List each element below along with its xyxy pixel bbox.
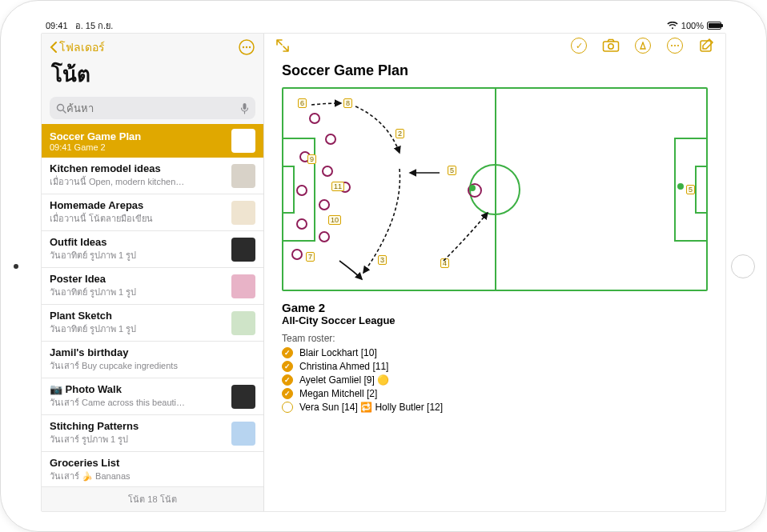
player-num: 5 bbox=[448, 166, 456, 175]
search-icon bbox=[56, 103, 66, 114]
status-date: อ. 15 ก.ย. bbox=[75, 21, 114, 30]
svg-rect-6 bbox=[243, 103, 247, 110]
note-list-item[interactable]: Outfit Ideasวันอาทิตย์ รูปภาพ 1 รูป bbox=[42, 231, 263, 268]
roster-list: Blair Lockhart [10]Christina Ahmed [11]A… bbox=[282, 347, 708, 413]
notes-app: โฟลเดอร์ โน้ต Soccer Game Plan09:41 Game… bbox=[41, 33, 726, 512]
note-content: ✓ bbox=[264, 34, 725, 511]
mic-icon[interactable] bbox=[240, 102, 249, 114]
note-list-item[interactable]: Groceries Listวันเสาร์ 🍌 Bananas bbox=[42, 452, 263, 486]
note-item-thumbnail bbox=[231, 164, 255, 188]
sidebar-title: โน้ต bbox=[42, 58, 263, 95]
roster-item[interactable]: Vera Sun [14] 🔁 Holly Butler [12] bbox=[282, 402, 708, 413]
note-item-subtitle: วันเสาร์ รูปภาพ 1 รูป bbox=[50, 432, 225, 446]
status-time: 09:41 bbox=[46, 21, 68, 30]
note-list-item[interactable]: Jamil's birthdayวันเสาร์ Buy cupcake ing… bbox=[42, 342, 263, 378]
roster-name: Vera Sun [14] 🔁 Holly Butler [12] bbox=[299, 402, 443, 413]
player-num: 2 bbox=[396, 129, 404, 138]
content-more-button[interactable] bbox=[666, 37, 684, 54]
roster-item[interactable]: Megan Mitchell [2] bbox=[282, 388, 708, 399]
player-num: 9 bbox=[307, 154, 316, 164]
note-item-title: Groceries List bbox=[50, 457, 225, 469]
player-num: 4 bbox=[440, 258, 449, 268]
search-field[interactable] bbox=[50, 97, 255, 119]
note-item-thumbnail bbox=[231, 201, 255, 225]
player-num: 10 bbox=[328, 215, 341, 225]
note-item-subtitle: วันอาทิตย์ รูปภาพ 1 รูป bbox=[50, 285, 225, 299]
svg-line-5 bbox=[63, 110, 66, 113]
roster-name: Christina Ahmed [11] bbox=[299, 361, 388, 372]
roster-checkbox[interactable] bbox=[282, 374, 293, 386]
chevron-left-icon bbox=[50, 42, 58, 53]
note-item-subtitle: วันเสาร์ Buy cupcake ingredients bbox=[50, 358, 225, 373]
note-item-thumbnail bbox=[231, 385, 255, 409]
roster-name: Megan Mitchell [2] bbox=[299, 388, 377, 399]
note-item-subtitle: วันอาทิตย์ รูปภาพ 1 รูป bbox=[50, 248, 225, 262]
soccer-field-drawing: 6 8 2 9 5 11 10 7 3 4 5 bbox=[282, 87, 708, 291]
svg-point-1 bbox=[243, 46, 244, 48]
note-item-title: Soccer Game Plan bbox=[50, 130, 225, 142]
ellipsis-circle-icon bbox=[238, 38, 255, 56]
home-button[interactable] bbox=[731, 254, 755, 278]
sidebar-more-button[interactable] bbox=[238, 38, 255, 56]
note-item-title: Jamil's birthday bbox=[50, 346, 225, 358]
status-bar: 09:41 อ. 15 ก.ย. 100% bbox=[41, 20, 726, 33]
note-item-title: 📷 Photo Walk bbox=[50, 383, 225, 395]
note-item-subtitle: วันเสาร์ 🍌 Bananas bbox=[50, 469, 225, 483]
note-item-subtitle: วันอาทิตย์ รูปภาพ 1 รูป bbox=[50, 322, 225, 336]
status-left: 09:41 อ. 15 ก.ย. bbox=[46, 18, 113, 33]
sidebar-header: โฟลเดอร์ bbox=[42, 34, 263, 58]
note-item-thumbnail bbox=[231, 311, 255, 335]
note-item-title: Homemade Arepas bbox=[50, 199, 225, 211]
search-input[interactable] bbox=[66, 102, 240, 114]
checklist-button[interactable]: ✓ bbox=[570, 37, 588, 54]
player-num: 7 bbox=[306, 252, 315, 262]
roster-item[interactable]: Christina Ahmed [11] bbox=[282, 361, 708, 372]
roster-name: Ayelet Gamliel [9] 🟡 bbox=[299, 374, 389, 386]
roster-checkbox[interactable] bbox=[282, 347, 293, 358]
notes-list[interactable]: Soccer Game Plan09:41 Game 2Kitchen remo… bbox=[42, 124, 263, 486]
player-num: 3 bbox=[378, 255, 387, 265]
note-item-thumbnail bbox=[231, 422, 255, 446]
note-list-item[interactable]: Homemade Arepasเมื่อวานนี้ โน้ตลายมือเขี… bbox=[42, 194, 263, 231]
back-label: โฟลเดอร์ bbox=[59, 38, 105, 56]
note-list-item[interactable]: Poster Ideaวันอาทิตย์ รูปภาพ 1 รูป bbox=[42, 268, 263, 305]
sidebar-footer: โน้ต 18 โน้ต bbox=[42, 486, 263, 511]
sidebar: โฟลเดอร์ โน้ต Soccer Game Plan09:41 Game… bbox=[42, 34, 264, 511]
roster-item[interactable]: Blair Lockhart [10] bbox=[282, 347, 708, 358]
wifi-icon bbox=[667, 22, 678, 30]
roster-checkbox[interactable] bbox=[282, 388, 293, 399]
back-button[interactable]: โฟลเดอร์ bbox=[50, 38, 105, 56]
note-list-item[interactable]: 📷 Photo Walkวันเสาร์ Came across this be… bbox=[42, 378, 263, 415]
expand-button[interactable] bbox=[274, 37, 291, 54]
roster-checkbox[interactable] bbox=[282, 361, 293, 372]
svg-point-10 bbox=[674, 45, 676, 46]
content-toolbar: ✓ bbox=[264, 34, 725, 58]
roster-checkbox[interactable] bbox=[282, 402, 293, 413]
check-circle-icon: ✓ bbox=[571, 38, 587, 54]
svg-point-11 bbox=[677, 45, 679, 46]
battery-percentage: 100% bbox=[681, 21, 704, 30]
note-list-item[interactable]: Plant Sketchวันอาทิตย์ รูปภาพ 1 รูป bbox=[42, 305, 263, 342]
camera-button[interactable] bbox=[602, 37, 620, 54]
front-camera-dot bbox=[14, 264, 18, 269]
note-body[interactable]: Soccer Game Plan bbox=[264, 58, 725, 511]
camera-icon bbox=[602, 38, 620, 53]
roster-item[interactable]: Ayelet Gamliel [9] 🟡 bbox=[282, 374, 708, 386]
roster-label: Team roster: bbox=[282, 333, 708, 344]
markup-button[interactable] bbox=[634, 37, 652, 54]
note-item-title: Stitching Patterns bbox=[50, 420, 225, 432]
note-item-title: Plant Sketch bbox=[50, 310, 225, 322]
svg-point-8 bbox=[608, 44, 613, 49]
note-list-item[interactable]: Soccer Game Plan09:41 Game 2 bbox=[42, 124, 263, 158]
ellipsis-circle-icon bbox=[667, 38, 683, 54]
note-item-subtitle: 09:41 Game 2 bbox=[50, 142, 225, 152]
square-pencil-icon bbox=[699, 38, 715, 54]
note-list-item[interactable]: Stitching Patternsวันเสาร์ รูปภาพ 1 รูป bbox=[42, 415, 263, 452]
expand-arrows-icon bbox=[275, 38, 290, 53]
pencil-tip-circle-icon bbox=[635, 38, 651, 54]
note-item-thumbnail bbox=[231, 458, 255, 482]
compose-button[interactable] bbox=[698, 37, 716, 54]
note-list-item[interactable]: Kitchen remodel ideasเมื่อวานนี้ Open, m… bbox=[42, 158, 263, 194]
note-item-title: Poster Idea bbox=[50, 273, 225, 285]
battery-icon bbox=[707, 22, 721, 30]
